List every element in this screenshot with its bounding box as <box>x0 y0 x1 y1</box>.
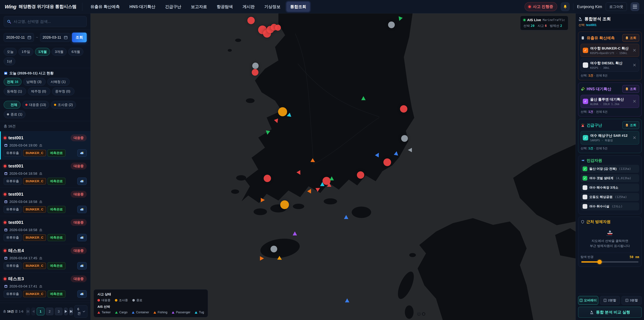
incident-marker[interactable] <box>264 175 271 182</box>
view-mode-button[interactable]: 3분할 <box>622 296 642 305</box>
close-icon[interactable]: ✕ <box>632 63 637 68</box>
incident-list-item[interactable]: test001 대응중 2026-03-04 18:58 유류유출 BUNKER… <box>0 216 90 244</box>
ais-vessel-marker[interactable] <box>320 182 324 186</box>
page-number-button[interactable]: 2 <box>46 307 54 315</box>
incident-marker[interactable] <box>252 63 258 69</box>
nav-menu-item[interactable]: 게시판 <box>239 2 258 12</box>
run-comparison-button[interactable]: 통합 분석 비교 실행 <box>578 307 642 318</box>
region-filter-chip[interactable]: 제주청 (0) <box>28 87 50 95</box>
hns-query-button[interactable]: 조회 <box>622 85 639 93</box>
resource-checkbox[interactable] <box>582 166 587 171</box>
nav-menu-item[interactable]: 유출유 확산예측 <box>87 2 124 12</box>
logo[interactable]: Wing 해양환경 위기대응 통합시스템 <box>5 3 82 11</box>
analysis-scenario-item[interactable]: 여수항 DIESEL 확산 KOSPS · 30kL ✕ <box>580 59 639 72</box>
sensitive-resource-item[interactable]: 오동도 해상공원 (125ha) <box>580 193 639 201</box>
weather-button[interactable] <box>77 290 87 298</box>
scenario-checkbox[interactable] <box>583 99 588 104</box>
page-number-button[interactable]: 3 <box>55 307 62 315</box>
quick-range-chip[interactable]: 1년 <box>4 57 15 65</box>
first-page-button[interactable] <box>26 307 30 315</box>
ais-vessel-marker[interactable] <box>344 215 348 219</box>
ais-vessel-marker[interactable] <box>394 151 399 156</box>
incident-list-item[interactable]: test001 대응중 2026-03-04 18:58 유류유출 BUNKER… <box>0 160 90 188</box>
incident-list-item[interactable]: 테스트3 대응중 2026-03-04 17:41 유류유출 BUNKER_C … <box>0 272 90 300</box>
status-filter-chip[interactable]: 대응중 (13) <box>22 101 49 109</box>
analysis-scenario-item[interactable]: 여수항 BUNKER-C 확산 KOSPS+OpenDrift · 150kL … <box>580 44 639 57</box>
sensitive-resource-item[interactable]: 여수 해수욕장 3개소 <box>580 184 639 192</box>
map-canvas[interactable]: AIS Live MarineTraffic 선박 20 사고 6 방제선 2 … <box>90 14 576 320</box>
notifications-button[interactable] <box>561 2 570 11</box>
resource-checkbox[interactable] <box>582 176 587 181</box>
page-number-button[interactable]: 1 <box>37 307 44 315</box>
nav-menu-item[interactable]: 통합조회 <box>286 2 310 12</box>
incident-marker[interactable] <box>252 69 258 76</box>
incident-list-item[interactable]: test001 대응중 2026-03-04 18:58 유류유출 BUNKER… <box>0 188 90 216</box>
sensitive-resource-item[interactable]: 여수 갯벌 생태계 (4,013ha) <box>580 174 639 182</box>
scenario-checkbox[interactable] <box>583 62 588 68</box>
logout-button[interactable]: 로그아웃 <box>606 3 627 11</box>
incident-list-item[interactable]: test001 대응중 2026-03-04 19:00 유류유출 BUNKER… <box>0 131 90 160</box>
nav-menu-item[interactable]: 기상정보 <box>260 2 284 12</box>
incident-marker[interactable] <box>280 200 289 209</box>
close-icon[interactable]: ✕ <box>632 48 637 53</box>
status-filter-chip[interactable]: 종료 (1) <box>4 110 26 118</box>
nav-menu-item[interactable]: HNS·대기확산 <box>126 2 159 12</box>
oil-query-button[interactable]: 조회 <box>622 34 639 42</box>
next-page-button[interactable] <box>64 307 68 315</box>
region-filter-chip[interactable]: 서해청 (1) <box>47 78 70 86</box>
region-filter-chip[interactable]: 동해청 (1) <box>4 87 26 95</box>
incident-marker[interactable] <box>400 105 407 113</box>
region-filter-chip[interactable]: 중부청 (0) <box>52 87 74 95</box>
quick-range-chip[interactable]: 1개월 <box>35 48 50 56</box>
analysis-scenario-item[interactable]: 울산 톨루엔 대기확산 ALOHA · IDLH 1.2km ✕ <box>580 95 639 108</box>
ais-vessel-marker[interactable] <box>361 96 366 100</box>
incident-list-item[interactable]: 테스트4 대응중 2026-03-04 17:45 유류유출 BUNKER_C … <box>0 244 90 272</box>
date-query-button[interactable]: 조회 <box>72 33 87 42</box>
prev-page-button[interactable] <box>31 307 36 315</box>
ais-vessel-marker[interactable] <box>327 183 332 187</box>
nav-menu-item[interactable]: 보고자료 <box>187 2 211 12</box>
view-mode-button[interactable]: 오버레이 <box>578 296 598 305</box>
quick-range-chip[interactable]: 1주일 <box>18 48 33 56</box>
scenario-checkbox[interactable] <box>583 135 588 140</box>
search-input[interactable]: 사고명, 선박명 검색... <box>4 16 87 27</box>
date-to-input[interactable]: 2026-03-11 <box>40 33 70 42</box>
weather-button[interactable] <box>77 149 87 157</box>
ais-vessel-marker[interactable] <box>293 231 297 235</box>
hamburger-menu-button[interactable] <box>630 2 639 11</box>
incident-marker[interactable] <box>270 246 277 252</box>
nav-menu-item[interactable]: 긴급구난 <box>161 2 185 12</box>
quick-range-chip[interactable]: 3개월 <box>52 48 66 56</box>
quick-range-chip[interactable]: 오늘 <box>4 48 17 56</box>
incident-marker[interactable] <box>401 135 408 142</box>
incident-marker[interactable] <box>275 25 281 31</box>
radius-slider[interactable] <box>581 261 638 263</box>
radius-slider-thumb[interactable] <box>598 260 602 264</box>
incident-marker[interactable] <box>278 107 287 116</box>
ais-vessel-marker[interactable] <box>260 256 264 261</box>
ais-vessel-marker[interactable] <box>265 130 270 135</box>
close-icon[interactable]: ✕ <box>632 135 637 140</box>
incident-marker[interactable] <box>357 171 364 179</box>
resource-checkbox[interactable] <box>582 204 587 209</box>
weather-button[interactable] <box>77 178 87 185</box>
map-control-button[interactable]: ≡ <box>422 312 426 316</box>
page-size-select[interactable]: 6건 <box>74 305 88 318</box>
date-from-input[interactable]: 2026-02-11 <box>4 33 34 42</box>
resource-checkbox[interactable] <box>582 195 587 199</box>
weather-button[interactable] <box>77 234 87 241</box>
nav-menu-item[interactable]: 항공탐색 <box>213 2 236 12</box>
region-filter-chip[interactable]: 전체16 <box>4 78 22 86</box>
analysis-scenario-item[interactable]: 여수 해상구난 SAR #12 SAROPS · 확률맵 ✕ <box>580 131 639 144</box>
sar-query-button[interactable]: 조회 <box>622 121 639 129</box>
ais-vessel-marker[interactable] <box>330 176 334 180</box>
last-page-button[interactable] <box>69 307 73 315</box>
weather-button[interactable] <box>77 262 87 269</box>
sensitive-resource-item[interactable]: 여수 취수시설 (2개소) <box>580 202 639 210</box>
ais-vessel-marker[interactable] <box>261 198 265 202</box>
status-filter-chip[interactable]: 조사중 (2) <box>51 101 76 109</box>
resource-checkbox[interactable] <box>582 185 587 190</box>
status-filter-chip[interactable]: 전체 <box>4 101 20 109</box>
view-mode-button[interactable]: 2분할 <box>600 296 620 305</box>
close-icon[interactable]: ✕ <box>632 99 637 104</box>
